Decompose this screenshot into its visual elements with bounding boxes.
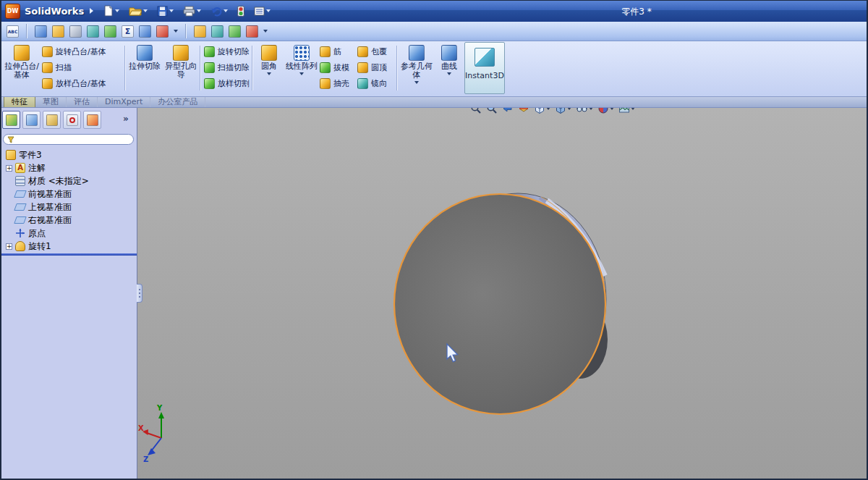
tree-item-origin[interactable]: 原点	[0, 227, 137, 240]
rebuild-traffic-light-icon	[237, 6, 244, 17]
tab-office-products[interactable]: 办公室产品	[150, 96, 205, 107]
mirror-button[interactable]: 镜向	[357, 76, 395, 90]
dropdown-arrow-icon[interactable]	[115, 9, 119, 12]
measure-icon[interactable]	[52, 25, 64, 38]
dropdown-arrow-icon[interactable]	[267, 72, 271, 75]
feature-tree: 零件3 + A 注解 材质 <未指定> 前视基准面 上视基准面	[0, 148, 137, 253]
extrude-cut-button[interactable]: 拉伸切除	[127, 43, 162, 93]
draft-button[interactable]: 拔模	[320, 60, 353, 75]
tree-item-revolve1[interactable]: + 旋转1	[0, 240, 137, 253]
tree-filter	[3, 134, 134, 145]
reference-geometry-icon	[409, 45, 425, 61]
curves-icon	[441, 45, 457, 61]
tab-sketch[interactable]: 草图	[35, 96, 67, 107]
propertymanager-tab[interactable]	[22, 111, 41, 129]
tree-item-front-plane[interactable]: 前视基准面	[0, 188, 137, 201]
command-manager: 拉伸凸台/基体 旋转凸台/基体 扫描 放样凸台/基体 拉伸切除 异型孔向导 旋转…	[0, 41, 868, 97]
configurationmanager-tab[interactable]	[43, 111, 61, 129]
revolve-cut-icon	[204, 46, 215, 57]
mass-properties-icon[interactable]	[69, 25, 82, 38]
part-body[interactable]	[394, 193, 608, 414]
tree-item-material[interactable]: 材质 <未指定>	[0, 174, 137, 188]
dropdown-arrow-icon[interactable]	[263, 30, 268, 33]
panel-tabs	[2, 111, 101, 129]
plane-icon	[14, 203, 27, 211]
dropdown-arrow-icon[interactable]	[414, 81, 419, 84]
tree-item-right-plane[interactable]: 右视基准面	[0, 214, 137, 227]
design-check-icon[interactable]	[229, 25, 241, 38]
featuremanager-tab[interactable]	[2, 111, 20, 129]
wrap-button[interactable]: 包覆	[357, 44, 395, 59]
dropdown-arrow-icon[interactable]	[197, 9, 201, 12]
rollback-bar[interactable]	[0, 253, 137, 256]
check-entity-icon[interactable]	[104, 25, 116, 38]
statistics-icon[interactable]	[156, 25, 169, 38]
dropdown-arrow-icon[interactable]	[299, 72, 304, 75]
instant3d-button[interactable]: Instant3D	[464, 42, 505, 94]
extrude-boss-button[interactable]: 拉伸凸台/基体	[3, 43, 41, 93]
curvature-icon[interactable]	[139, 25, 151, 38]
fillet-button[interactable]: 圆角	[255, 43, 284, 93]
extrude-boss-icon	[14, 45, 30, 61]
open-document-button[interactable]	[127, 5, 149, 17]
hole-wizard-icon	[173, 45, 189, 61]
expand-plus-icon[interactable]: +	[6, 243, 12, 250]
tree-filter-input[interactable]	[17, 135, 133, 144]
view-options-icon[interactable]	[246, 25, 258, 38]
dome-button[interactable]: 圆顶	[357, 60, 395, 75]
new-document-button[interactable]	[101, 4, 121, 17]
tree-item-annotations[interactable]: + A 注解	[0, 161, 137, 174]
rib-icon	[320, 46, 331, 57]
print-button[interactable]	[182, 5, 203, 17]
mirror-icon	[357, 78, 368, 89]
configurationmanager-icon	[46, 114, 58, 126]
reload-icon[interactable]	[194, 25, 206, 38]
dropdown-arrow-icon[interactable]	[224, 9, 228, 12]
panel-splitter-handle[interactable]	[137, 284, 142, 303]
part-front-face[interactable]	[394, 194, 605, 414]
loft-boss-button[interactable]: 放样凸台/基体	[42, 76, 123, 90]
dropdown-arrow-icon[interactable]	[143, 9, 148, 12]
revolve-boss-button[interactable]: 旋转凸台/基体	[42, 44, 123, 59]
toolbar-separator	[26, 24, 27, 38]
reference-geometry-button[interactable]: 参考几何体	[399, 43, 434, 93]
select-filter-icon[interactable]	[35, 25, 47, 38]
sweep-cut-button[interactable]: 扫描切除	[204, 60, 250, 75]
tab-features[interactable]: 特征	[4, 96, 35, 107]
sweep-button[interactable]: 扫描	[42, 60, 123, 75]
triad-z-label: Z	[143, 455, 148, 463]
undo-button[interactable]	[209, 5, 229, 17]
tab-evaluate[interactable]: 评估	[67, 96, 98, 107]
save-icon	[157, 6, 168, 17]
tree-root-part[interactable]: 零件3	[0, 148, 137, 161]
rib-button[interactable]: 筋	[320, 44, 353, 59]
rebuild-button[interactable]	[236, 5, 246, 17]
search-settings-icon[interactable]	[211, 25, 224, 38]
equations-icon[interactable]: Σ	[122, 25, 134, 38]
revolve-feature-icon	[15, 241, 25, 251]
graphics-area[interactable]: Y X Z	[137, 108, 868, 480]
section-properties-icon[interactable]	[87, 25, 99, 38]
dropdown-arrow-icon[interactable]	[266, 9, 271, 12]
dimxpertmanager-tab[interactable]	[63, 111, 81, 129]
menu-expand-arrow-icon[interactable]	[90, 8, 93, 14]
dropdown-arrow-icon[interactable]	[174, 30, 178, 33]
expand-plus-icon[interactable]: +	[6, 165, 12, 172]
options-button[interactable]	[252, 6, 272, 17]
displaymanager-tab[interactable]	[83, 111, 101, 129]
app-name: SolidWorks	[25, 6, 84, 17]
loft-cut-button[interactable]: 放样切割	[204, 76, 250, 90]
dropdown-arrow-icon[interactable]	[447, 72, 451, 75]
save-button[interactable]	[156, 5, 175, 17]
linear-pattern-button[interactable]: 线性阵列	[285, 43, 318, 93]
curves-button[interactable]: 曲线	[435, 43, 463, 93]
tree-item-top-plane[interactable]: 上视基准面	[0, 201, 137, 214]
hole-wizard-button[interactable]: 异型孔向导	[163, 43, 198, 93]
dropdown-arrow-icon[interactable]	[169, 9, 174, 12]
panel-overflow-chevrons[interactable]: »	[123, 114, 129, 124]
revolve-cut-button[interactable]: 旋转切除	[204, 44, 250, 59]
tab-dimxpert[interactable]: DimXpert	[98, 96, 150, 107]
loft-cut-icon	[204, 78, 215, 89]
spell-check-icon[interactable]: ABC	[7, 25, 19, 38]
shell-button[interactable]: 抽壳	[320, 76, 353, 90]
